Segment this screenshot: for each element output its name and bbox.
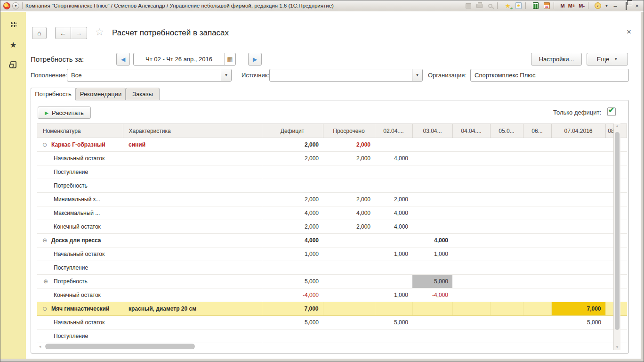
grid-cell[interactable] (551, 206, 605, 220)
info-icon[interactable]: i (595, 2, 601, 9)
grid-cell[interactable] (412, 329, 452, 343)
vertical-scrollbar[interactable]: ▲ ▼ (613, 123, 620, 350)
source-select[interactable]: ▼ (269, 69, 423, 82)
column-header[interactable]: Характеристика (123, 124, 262, 138)
grid-cell[interactable] (490, 302, 523, 316)
grid-cell[interactable] (523, 165, 551, 179)
column-header[interactable]: 07.04.2016 (551, 124, 605, 138)
nomenclature-cell[interactable]: Поступление (37, 329, 123, 343)
grid-cell[interactable]: 7,000 (551, 302, 605, 316)
organization-value[interactable]: Спорткомплекс Плюс (471, 72, 628, 79)
grid-cell[interactable]: 4,000 (262, 234, 323, 247)
table-row[interactable]: ⊖Мяч гимнастическийкрасный, диаметр 20 с… (37, 302, 627, 316)
grid-cell[interactable] (323, 247, 375, 261)
calculator-icon[interactable] (532, 2, 539, 9)
characteristic-cell[interactable] (123, 288, 262, 302)
grid-cell[interactable] (452, 138, 490, 152)
grid-cell[interactable] (490, 206, 523, 220)
nomenclature-cell[interactable]: Начальный остаток (37, 316, 123, 329)
grid-cell[interactable] (412, 179, 452, 193)
previous-period-button[interactable]: ◀ (116, 53, 130, 66)
add-favorite-icon[interactable]: ★ (504, 2, 511, 9)
grid-cell[interactable] (412, 165, 452, 179)
next-period-button[interactable]: ▶ (248, 53, 262, 66)
grid-cell[interactable]: 5,000 (262, 316, 323, 329)
grid-cell[interactable] (523, 206, 551, 220)
table-row[interactable]: ⊖Каркас Г-образныйсиний2,0002,000 (37, 138, 627, 152)
grid-cell[interactable]: 5,000 (375, 316, 412, 329)
more-button[interactable]: Еще▼ (587, 53, 628, 66)
scroll-down-icon[interactable]: ▼ (615, 345, 619, 350)
grid-cell[interactable] (490, 193, 523, 206)
period-field[interactable]: Чт 02 - Чт 26 апр., 2016 ▦ (133, 53, 236, 66)
grid-cell[interactable] (452, 206, 490, 220)
column-header[interactable]: 04.04.... (452, 124, 490, 138)
grid-cell[interactable] (523, 138, 551, 152)
expand-icon[interactable]: ⊕ (43, 278, 48, 285)
grid-cell[interactable] (375, 302, 412, 316)
grid-cell[interactable] (490, 234, 523, 247)
grid-cell[interactable]: 5,000 (262, 275, 323, 288)
grid-cell[interactable] (323, 316, 375, 329)
home-button[interactable]: ⌂ (32, 27, 47, 39)
period-value[interactable]: Чт 02 - Чт 26 апр., 2016 (134, 56, 224, 63)
grid-cell[interactable]: 2,000 (323, 152, 375, 165)
grid-cell[interactable]: 2,000 (262, 193, 323, 206)
nomenclature-cell[interactable]: Начальный остаток (37, 152, 123, 165)
grid-cell[interactable]: 2,000 (375, 193, 412, 206)
grid-cell[interactable] (551, 138, 605, 152)
grid-cell[interactable] (375, 165, 412, 179)
favorites-icon[interactable]: ★ (515, 2, 522, 9)
grid-cell[interactable] (490, 165, 523, 179)
grid-cell[interactable] (323, 302, 375, 316)
grid-cell[interactable] (490, 179, 523, 193)
collapse-icon[interactable]: ⊖ (42, 237, 47, 244)
characteristic-cell[interactable] (123, 220, 262, 234)
grid-cell[interactable]: 1,000 (375, 288, 412, 302)
scroll-up-icon[interactable]: ▲ (615, 123, 619, 129)
grid-cell[interactable]: -4,000 (412, 288, 452, 302)
nomenclature-cell[interactable]: Конечный остаток (37, 288, 123, 302)
grid-cell[interactable] (323, 275, 375, 288)
minimize-button[interactable]: – (612, 2, 619, 9)
nomenclature-cell[interactable]: Потребность (37, 179, 123, 193)
grid-cell[interactable] (551, 165, 605, 179)
grid-cell[interactable] (490, 138, 523, 152)
nomenclature-cell[interactable]: ⊖Мяч гимнастический (37, 302, 123, 316)
grid-cell[interactable] (375, 261, 412, 275)
grid-cell[interactable]: 1,000 (412, 247, 452, 261)
column-header[interactable]: Просрочено (323, 124, 375, 138)
grid-cell[interactable] (490, 247, 523, 261)
grid-cell[interactable]: 7,000 (262, 302, 323, 316)
grid-cell[interactable] (323, 179, 375, 193)
characteristic-cell[interactable] (123, 329, 262, 343)
table-row[interactable]: Конечный остаток2,0002,0004,000 (37, 220, 627, 234)
grid-cell[interactable]: -4,000 (262, 288, 323, 302)
nomenclature-cell[interactable]: ⊖Каркас Г-образный (37, 138, 123, 152)
table-row[interactable]: Начальный остаток1,0001,0001,000 (37, 247, 627, 261)
characteristic-cell[interactable] (123, 261, 262, 275)
grid-cell[interactable] (523, 329, 551, 343)
grid-cell[interactable] (551, 275, 605, 288)
grid-cell[interactable] (412, 152, 452, 165)
grid-cell[interactable]: 1,000 (375, 247, 412, 261)
grid-cell[interactable] (490, 275, 523, 288)
grid-cell[interactable] (551, 234, 605, 247)
grid-cell[interactable] (523, 193, 551, 206)
restore-button[interactable] (622, 2, 630, 9)
grid-cell[interactable]: 2,000 (262, 220, 323, 234)
tab-orders[interactable]: Заказы (126, 88, 160, 100)
grid-cell[interactable]: 4,000 (375, 206, 412, 220)
deficit-only-checkbox[interactable]: ✔ (607, 107, 616, 116)
organization-field[interactable]: Спорткомплекс Плюс (470, 69, 629, 82)
column-header[interactable]: 06... (523, 124, 551, 138)
grid-cell[interactable] (551, 247, 605, 261)
table-row[interactable]: Поступление (37, 165, 627, 179)
characteristic-cell[interactable] (123, 165, 262, 179)
grid-cell[interactable]: 5,000 (412, 275, 452, 288)
print-preview-icon[interactable] (486, 2, 494, 9)
table-row[interactable]: ⊖Доска для пресса4,0004,000 (37, 234, 627, 247)
column-header[interactable]: 02.04.... (375, 124, 412, 138)
grid-cell[interactable] (551, 261, 605, 275)
grid-cell[interactable] (523, 316, 551, 329)
